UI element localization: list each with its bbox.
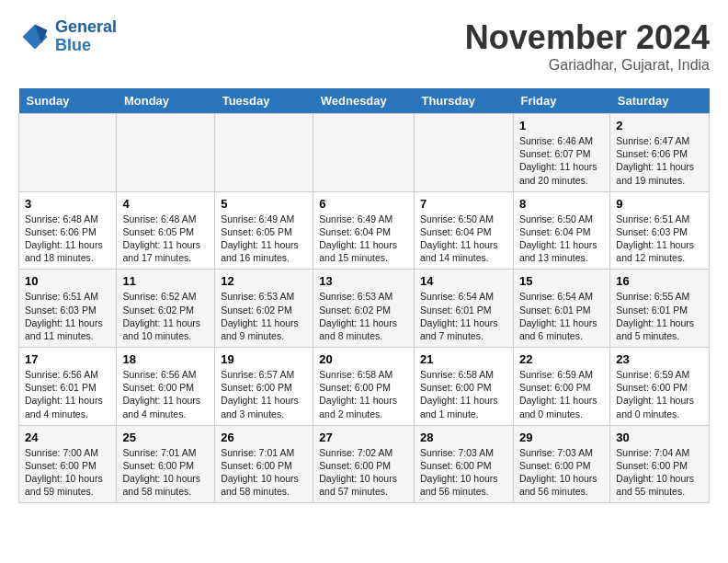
day-info: Sunrise: 6:54 AMSunset: 6:01 PMDaylight:…	[519, 290, 604, 342]
day-number: 4	[122, 197, 209, 211]
day-number: 28	[420, 431, 507, 444]
header-row: SundayMondayTuesdayWednesdayThursdayFrid…	[19, 88, 710, 114]
day-info: Sunrise: 6:49 AMSunset: 6:04 PMDaylight:…	[319, 213, 408, 265]
day-info: Sunrise: 6:56 AMSunset: 6:00 PMDaylight:…	[122, 368, 209, 420]
day-info: Sunrise: 6:57 AMSunset: 6:00 PMDaylight:…	[221, 368, 307, 420]
day-info: Sunrise: 6:50 AMSunset: 6:04 PMDaylight:…	[519, 213, 604, 265]
day-cell: 29Sunrise: 7:03 AMSunset: 6:00 PMDayligh…	[513, 425, 609, 503]
day-cell: 27Sunrise: 7:02 AMSunset: 6:00 PMDayligh…	[313, 425, 415, 503]
day-cell: 26Sunrise: 7:01 AMSunset: 6:00 PMDayligh…	[215, 425, 313, 503]
day-info: Sunrise: 7:02 AMSunset: 6:00 PMDaylight:…	[319, 446, 408, 499]
day-number: 2	[616, 119, 703, 132]
day-cell: 17Sunrise: 6:56 AMSunset: 6:01 PMDayligh…	[19, 348, 117, 426]
day-number: 12	[221, 274, 307, 288]
day-cell: 6Sunrise: 6:49 AMSunset: 6:04 PMDaylight…	[313, 191, 415, 270]
day-number: 21	[420, 352, 507, 366]
day-info: Sunrise: 7:00 AMSunset: 6:00 PMDaylight:…	[25, 446, 110, 499]
day-info: Sunrise: 6:48 AMSunset: 6:06 PMDaylight:…	[25, 213, 110, 265]
day-info: Sunrise: 6:53 AMSunset: 6:02 PMDaylight:…	[319, 290, 408, 342]
day-number: 7	[420, 197, 507, 211]
day-number: 19	[221, 352, 307, 366]
header-cell-tuesday: Tuesday	[215, 88, 313, 114]
day-number: 27	[319, 431, 408, 444]
day-cell: 23Sunrise: 6:59 AMSunset: 6:00 PMDayligh…	[610, 348, 710, 426]
day-number: 6	[319, 197, 408, 211]
week-row-5: 24Sunrise: 7:00 AMSunset: 6:00 PMDayligh…	[19, 425, 710, 503]
day-number: 15	[519, 274, 604, 288]
day-cell	[215, 114, 313, 192]
day-info: Sunrise: 6:46 AMSunset: 6:07 PMDaylight:…	[519, 134, 604, 187]
week-row-1: 1Sunrise: 6:46 AMSunset: 6:07 PMDaylight…	[19, 114, 710, 192]
day-number: 5	[221, 197, 307, 211]
header-cell-wednesday: Wednesday	[313, 88, 415, 114]
day-number: 22	[519, 352, 604, 366]
day-info: Sunrise: 6:52 AMSunset: 6:02 PMDaylight:…	[122, 290, 209, 342]
day-number: 23	[616, 352, 703, 366]
day-number: 13	[319, 274, 408, 288]
day-number: 3	[25, 197, 110, 211]
day-cell: 12Sunrise: 6:53 AMSunset: 6:02 PMDayligh…	[215, 270, 313, 348]
day-info: Sunrise: 6:59 AMSunset: 6:00 PMDaylight:…	[519, 368, 604, 420]
day-cell: 4Sunrise: 6:48 AMSunset: 6:05 PMDaylight…	[117, 191, 215, 270]
logo-icon	[18, 20, 51, 53]
day-cell: 15Sunrise: 6:54 AMSunset: 6:01 PMDayligh…	[513, 270, 609, 348]
day-cell: 25Sunrise: 7:01 AMSunset: 6:00 PMDayligh…	[117, 425, 215, 503]
day-info: Sunrise: 6:55 AMSunset: 6:01 PMDaylight:…	[616, 290, 703, 342]
day-number: 11	[122, 274, 209, 288]
day-info: Sunrise: 7:03 AMSunset: 6:00 PMDaylight:…	[420, 446, 507, 499]
day-info: Sunrise: 6:58 AMSunset: 6:00 PMDaylight:…	[420, 368, 507, 420]
day-info: Sunrise: 7:01 AMSunset: 6:00 PMDaylight:…	[221, 446, 307, 499]
day-number: 14	[420, 274, 507, 288]
logo-line1: General	[55, 17, 117, 36]
day-cell	[117, 114, 215, 192]
day-cell: 10Sunrise: 6:51 AMSunset: 6:03 PMDayligh…	[19, 270, 117, 348]
day-cell: 30Sunrise: 7:04 AMSunset: 6:00 PMDayligh…	[610, 425, 710, 503]
day-cell: 21Sunrise: 6:58 AMSunset: 6:00 PMDayligh…	[414, 348, 513, 426]
day-number: 29	[519, 431, 604, 444]
day-cell: 13Sunrise: 6:53 AMSunset: 6:02 PMDayligh…	[313, 270, 415, 348]
day-number: 8	[519, 197, 604, 211]
day-info: Sunrise: 6:50 AMSunset: 6:04 PMDaylight:…	[420, 213, 507, 265]
logo: General Blue	[18, 18, 117, 55]
month-title: November 2024	[465, 18, 710, 57]
day-cell: 16Sunrise: 6:55 AMSunset: 6:01 PMDayligh…	[610, 270, 710, 348]
day-info: Sunrise: 6:56 AMSunset: 6:01 PMDaylight:…	[25, 368, 110, 420]
day-number: 30	[616, 431, 703, 444]
day-number: 16	[616, 274, 703, 288]
day-info: Sunrise: 6:59 AMSunset: 6:00 PMDaylight:…	[616, 368, 703, 420]
logo-text: General Blue	[55, 18, 117, 55]
day-cell: 7Sunrise: 6:50 AMSunset: 6:04 PMDaylight…	[414, 191, 513, 270]
logo-line2: Blue	[55, 36, 91, 54]
day-number: 10	[25, 274, 110, 288]
day-number: 17	[25, 352, 110, 366]
day-info: Sunrise: 7:04 AMSunset: 6:00 PMDaylight:…	[616, 446, 703, 499]
week-row-4: 17Sunrise: 6:56 AMSunset: 6:01 PMDayligh…	[19, 348, 710, 426]
day-cell: 2Sunrise: 6:47 AMSunset: 6:06 PMDaylight…	[610, 114, 710, 192]
day-number: 1	[519, 119, 604, 132]
day-info: Sunrise: 6:49 AMSunset: 6:05 PMDaylight:…	[221, 213, 307, 265]
week-row-2: 3Sunrise: 6:48 AMSunset: 6:06 PMDaylight…	[19, 191, 710, 270]
day-cell	[19, 114, 117, 192]
day-cell: 28Sunrise: 7:03 AMSunset: 6:00 PMDayligh…	[414, 425, 513, 503]
day-number: 18	[122, 352, 209, 366]
header-cell-monday: Monday	[117, 88, 215, 114]
day-number: 20	[319, 352, 408, 366]
location-subtitle: Gariadhar, Gujarat, India	[465, 57, 710, 74]
title-block: November 2024 Gariadhar, Gujarat, India	[465, 18, 710, 74]
day-cell: 22Sunrise: 6:59 AMSunset: 6:00 PMDayligh…	[513, 348, 609, 426]
day-info: Sunrise: 7:03 AMSunset: 6:00 PMDaylight:…	[519, 446, 604, 499]
day-cell: 5Sunrise: 6:49 AMSunset: 6:05 PMDaylight…	[215, 191, 313, 270]
day-cell: 24Sunrise: 7:00 AMSunset: 6:00 PMDayligh…	[19, 425, 117, 503]
day-cell	[313, 114, 415, 192]
day-cell: 8Sunrise: 6:50 AMSunset: 6:04 PMDaylight…	[513, 191, 609, 270]
calendar-table: SundayMondayTuesdayWednesdayThursdayFrid…	[18, 88, 710, 503]
day-info: Sunrise: 6:47 AMSunset: 6:06 PMDaylight:…	[616, 134, 703, 187]
day-cell: 3Sunrise: 6:48 AMSunset: 6:06 PMDaylight…	[19, 191, 117, 270]
day-info: Sunrise: 6:48 AMSunset: 6:05 PMDaylight:…	[122, 213, 209, 265]
day-cell: 19Sunrise: 6:57 AMSunset: 6:00 PMDayligh…	[215, 348, 313, 426]
day-cell: 20Sunrise: 6:58 AMSunset: 6:00 PMDayligh…	[313, 348, 415, 426]
day-info: Sunrise: 6:53 AMSunset: 6:02 PMDaylight:…	[221, 290, 307, 342]
header-cell-saturday: Saturday	[610, 88, 710, 114]
header-cell-sunday: Sunday	[19, 88, 117, 114]
calendar-header: SundayMondayTuesdayWednesdayThursdayFrid…	[19, 88, 710, 114]
